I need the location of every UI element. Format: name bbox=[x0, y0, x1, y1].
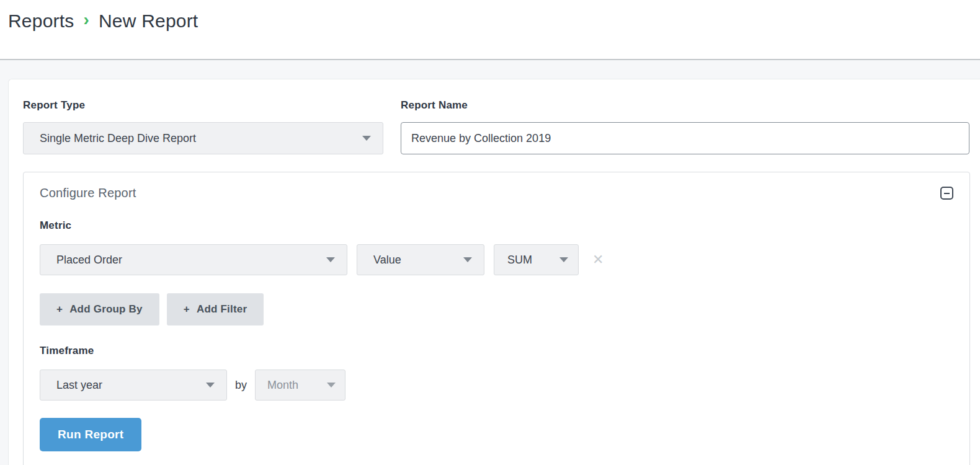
breadcrumb-current-page: New Report bbox=[99, 11, 198, 32]
chevron-down-icon bbox=[362, 136, 371, 141]
minus-icon bbox=[944, 193, 950, 194]
plus-icon: + bbox=[184, 303, 190, 316]
metric-label: Metric bbox=[40, 219, 953, 232]
report-name-input[interactable] bbox=[401, 122, 969, 154]
chevron-down-icon bbox=[326, 257, 335, 262]
timeframe-range-select[interactable]: Last year bbox=[40, 370, 227, 401]
metric-aggregation-selected-value: SUM bbox=[507, 254, 532, 267]
report-name-label: Report Name bbox=[401, 99, 969, 112]
add-filter-button[interactable]: + Add Filter bbox=[167, 293, 264, 326]
metric-event-selected-value: Placed Order bbox=[56, 254, 122, 267]
report-type-select[interactable]: Single Metric Deep Dive Report bbox=[23, 122, 383, 154]
timeframe-by-label: by bbox=[235, 379, 247, 392]
metric-row: Placed Order Value SUM ✕ bbox=[40, 244, 953, 275]
timeframe-range-selected-value: Last year bbox=[56, 379, 102, 392]
page-background: Report Type Single Metric Deep Dive Repo… bbox=[0, 60, 980, 465]
chevron-down-icon bbox=[206, 383, 215, 388]
breadcrumb: Reports › New Report bbox=[8, 11, 980, 32]
metric-event-select[interactable]: Placed Order bbox=[40, 244, 347, 275]
run-report-button[interactable]: Run Report bbox=[40, 418, 141, 451]
chevron-down-icon bbox=[463, 257, 472, 262]
report-builder-card: Report Type Single Metric Deep Dive Repo… bbox=[8, 79, 980, 465]
configure-report-title: Configure Report bbox=[40, 186, 136, 200]
metric-property-selected-value: Value bbox=[373, 254, 401, 267]
timeframe-row: Last year by Month bbox=[40, 370, 953, 401]
timeframe-interval-select[interactable]: Month bbox=[255, 370, 345, 401]
report-type-label: Report Type bbox=[23, 99, 383, 112]
add-group-by-label: Add Group By bbox=[69, 303, 143, 316]
add-group-by-button[interactable]: + Add Group By bbox=[40, 293, 159, 326]
metric-property-select[interactable]: Value bbox=[357, 244, 484, 275]
configure-report-panel: Configure Report Metric Placed Order Val… bbox=[23, 172, 970, 465]
timeframe-interval-selected-value: Month bbox=[267, 379, 298, 392]
timeframe-label: Timeframe bbox=[40, 345, 953, 357]
page-header: Reports › New Report bbox=[0, 0, 980, 60]
metric-aggregation-select[interactable]: SUM bbox=[494, 244, 579, 275]
chevron-down-icon bbox=[327, 383, 336, 388]
collapse-panel-button[interactable] bbox=[940, 187, 953, 200]
plus-icon: + bbox=[56, 303, 63, 316]
breadcrumb-link-reports[interactable]: Reports bbox=[8, 11, 74, 32]
remove-metric-button[interactable]: ✕ bbox=[592, 253, 604, 267]
chevron-down-icon bbox=[559, 257, 568, 262]
breadcrumb-separator-icon: › bbox=[83, 11, 89, 31]
add-filter-label: Add Filter bbox=[197, 303, 247, 316]
report-type-selected-value: Single Metric Deep Dive Report bbox=[40, 132, 196, 145]
